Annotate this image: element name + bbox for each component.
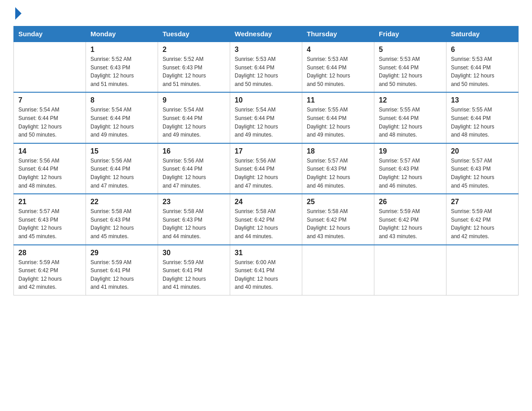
day-number: 31 (235, 249, 297, 257)
day-info: Sunrise: 5:52 AMSunset: 6:43 PMDaylight:… (90, 55, 153, 88)
calendar-week-1: 1Sunrise: 5:52 AMSunset: 6:43 PMDaylight… (14, 42, 519, 92)
calendar-cell: 29Sunrise: 5:59 AMSunset: 6:41 PMDayligh… (86, 245, 158, 295)
day-number: 22 (90, 198, 153, 206)
calendar-cell: 18Sunrise: 5:57 AMSunset: 6:43 PMDayligh… (302, 143, 374, 194)
day-number: 30 (163, 249, 225, 257)
day-info: Sunrise: 5:53 AMSunset: 6:44 PMDaylight:… (307, 55, 369, 88)
calendar-cell: 19Sunrise: 5:57 AMSunset: 6:43 PMDayligh… (374, 143, 446, 194)
calendar-cell: 1Sunrise: 5:52 AMSunset: 6:43 PMDaylight… (86, 42, 158, 92)
day-info: Sunrise: 5:59 AMSunset: 6:42 PMDaylight:… (451, 207, 514, 240)
weekday-header-thursday: Thursday (302, 26, 374, 42)
calendar-cell: 20Sunrise: 5:57 AMSunset: 6:43 PMDayligh… (446, 143, 519, 194)
logo (13, 9, 21, 17)
calendar-cell: 9Sunrise: 5:54 AMSunset: 6:44 PMDaylight… (158, 92, 230, 143)
calendar-cell: 5Sunrise: 5:53 AMSunset: 6:44 PMDaylight… (374, 42, 446, 92)
calendar-cell (302, 245, 374, 295)
calendar-cell: 4Sunrise: 5:53 AMSunset: 6:44 PMDaylight… (302, 42, 374, 92)
day-info: Sunrise: 5:55 AMSunset: 6:44 PMDaylight:… (451, 106, 514, 139)
calendar-cell: 6Sunrise: 5:53 AMSunset: 6:44 PMDaylight… (446, 42, 519, 92)
calendar-week-5: 28Sunrise: 5:59 AMSunset: 6:42 PMDayligh… (14, 245, 519, 295)
day-info: Sunrise: 6:00 AMSunset: 6:41 PMDaylight:… (235, 258, 297, 291)
calendar-cell (374, 245, 446, 295)
weekday-header-tuesday: Tuesday (158, 26, 230, 42)
day-number: 29 (90, 249, 153, 257)
day-number: 11 (307, 96, 369, 104)
calendar-cell: 26Sunrise: 5:59 AMSunset: 6:42 PMDayligh… (374, 194, 446, 244)
logo-arrow-icon (15, 7, 21, 20)
day-info: Sunrise: 5:55 AMSunset: 6:44 PMDaylight:… (379, 106, 442, 139)
calendar-cell: 12Sunrise: 5:55 AMSunset: 6:44 PMDayligh… (374, 92, 446, 143)
day-info: Sunrise: 5:58 AMSunset: 6:42 PMDaylight:… (307, 207, 369, 240)
calendar-cell (446, 245, 519, 295)
calendar-cell: 25Sunrise: 5:58 AMSunset: 6:42 PMDayligh… (302, 194, 374, 244)
day-number: 8 (90, 96, 153, 104)
day-info: Sunrise: 5:59 AMSunset: 6:42 PMDaylight:… (18, 258, 81, 291)
calendar-cell: 23Sunrise: 5:58 AMSunset: 6:43 PMDayligh… (158, 194, 230, 244)
day-info: Sunrise: 5:55 AMSunset: 6:44 PMDaylight:… (307, 106, 369, 139)
calendar-cell: 30Sunrise: 5:59 AMSunset: 6:41 PMDayligh… (158, 245, 230, 295)
day-number: 23 (163, 198, 225, 206)
day-info: Sunrise: 5:58 AMSunset: 6:43 PMDaylight:… (163, 207, 225, 240)
weekday-header-saturday: Saturday (446, 26, 519, 42)
day-number: 12 (379, 96, 442, 104)
calendar-cell: 7Sunrise: 5:54 AMSunset: 6:44 PMDaylight… (14, 92, 86, 143)
weekday-header-wednesday: Wednesday (230, 26, 302, 42)
calendar-week-4: 21Sunrise: 5:57 AMSunset: 6:43 PMDayligh… (14, 194, 519, 244)
calendar-cell: 8Sunrise: 5:54 AMSunset: 6:44 PMDaylight… (86, 92, 158, 143)
calendar-cell: 14Sunrise: 5:56 AMSunset: 6:44 PMDayligh… (14, 143, 86, 194)
calendar-cell: 21Sunrise: 5:57 AMSunset: 6:43 PMDayligh… (14, 194, 86, 244)
calendar-week-3: 14Sunrise: 5:56 AMSunset: 6:44 PMDayligh… (14, 143, 519, 194)
day-info: Sunrise: 5:56 AMSunset: 6:44 PMDaylight:… (18, 157, 81, 190)
day-number: 10 (235, 96, 297, 104)
day-number: 17 (235, 147, 297, 155)
day-number: 24 (235, 198, 297, 206)
calendar-table: SundayMondayTuesdayWednesdayThursdayFrid… (13, 26, 519, 295)
weekday-header-friday: Friday (374, 26, 446, 42)
day-number: 19 (379, 147, 442, 155)
day-number: 26 (379, 198, 442, 206)
day-number: 28 (18, 249, 81, 257)
calendar-week-2: 7Sunrise: 5:54 AMSunset: 6:44 PMDaylight… (14, 92, 519, 143)
day-number: 2 (163, 46, 225, 54)
calendar-cell: 31Sunrise: 6:00 AMSunset: 6:41 PMDayligh… (230, 245, 302, 295)
day-number: 5 (379, 46, 442, 54)
day-number: 14 (18, 147, 81, 155)
day-number: 4 (307, 46, 369, 54)
day-info: Sunrise: 5:59 AMSunset: 6:42 PMDaylight:… (379, 207, 442, 240)
day-number: 27 (451, 198, 514, 206)
day-info: Sunrise: 5:57 AMSunset: 6:43 PMDaylight:… (379, 157, 442, 190)
day-info: Sunrise: 5:53 AMSunset: 6:44 PMDaylight:… (235, 55, 297, 88)
day-number: 3 (235, 46, 297, 54)
calendar-cell: 28Sunrise: 5:59 AMSunset: 6:42 PMDayligh… (14, 245, 86, 295)
day-info: Sunrise: 5:53 AMSunset: 6:44 PMDaylight:… (451, 55, 514, 88)
day-info: Sunrise: 5:53 AMSunset: 6:44 PMDaylight:… (379, 55, 442, 88)
day-number: 18 (307, 147, 369, 155)
day-info: Sunrise: 5:58 AMSunset: 6:43 PMDaylight:… (90, 207, 153, 240)
day-info: Sunrise: 5:57 AMSunset: 6:43 PMDaylight:… (307, 157, 369, 190)
day-info: Sunrise: 5:54 AMSunset: 6:44 PMDaylight:… (90, 106, 153, 139)
day-number: 25 (307, 198, 369, 206)
weekday-header-monday: Monday (86, 26, 158, 42)
day-number: 20 (451, 147, 514, 155)
calendar-cell: 11Sunrise: 5:55 AMSunset: 6:44 PMDayligh… (302, 92, 374, 143)
calendar-cell: 17Sunrise: 5:56 AMSunset: 6:44 PMDayligh… (230, 143, 302, 194)
weekday-header-row: SundayMondayTuesdayWednesdayThursdayFrid… (14, 26, 519, 42)
page-header (13, 9, 519, 17)
day-info: Sunrise: 5:56 AMSunset: 6:44 PMDaylight:… (163, 157, 225, 190)
day-info: Sunrise: 5:56 AMSunset: 6:44 PMDaylight:… (90, 157, 153, 190)
day-info: Sunrise: 5:56 AMSunset: 6:44 PMDaylight:… (235, 157, 297, 190)
calendar-cell: 10Sunrise: 5:54 AMSunset: 6:44 PMDayligh… (230, 92, 302, 143)
weekday-header-sunday: Sunday (14, 26, 86, 42)
day-info: Sunrise: 5:59 AMSunset: 6:41 PMDaylight:… (163, 258, 225, 291)
day-info: Sunrise: 5:57 AMSunset: 6:43 PMDaylight:… (451, 157, 514, 190)
day-info: Sunrise: 5:58 AMSunset: 6:42 PMDaylight:… (235, 207, 297, 240)
calendar-cell (14, 42, 86, 92)
day-info: Sunrise: 5:52 AMSunset: 6:43 PMDaylight:… (163, 55, 225, 88)
day-number: 7 (18, 96, 81, 104)
day-number: 9 (163, 96, 225, 104)
day-info: Sunrise: 5:54 AMSunset: 6:44 PMDaylight:… (163, 106, 225, 139)
day-number: 6 (451, 46, 514, 54)
day-info: Sunrise: 5:59 AMSunset: 6:41 PMDaylight:… (90, 258, 153, 291)
calendar-cell: 15Sunrise: 5:56 AMSunset: 6:44 PMDayligh… (86, 143, 158, 194)
day-number: 21 (18, 198, 81, 206)
